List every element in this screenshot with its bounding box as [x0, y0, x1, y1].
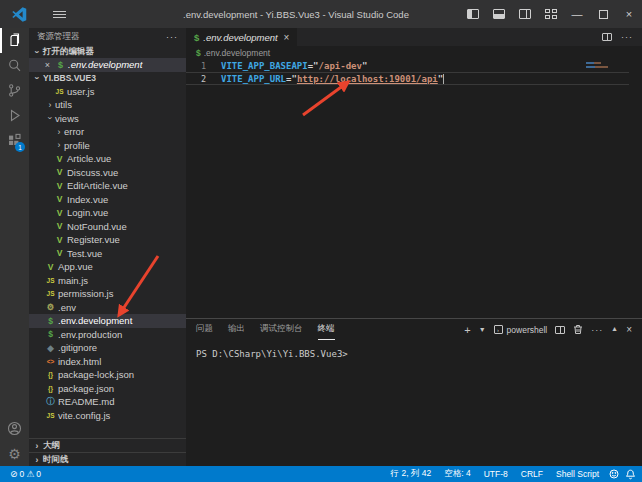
tree-item-Discuss.vue[interactable]: VDiscuss.vue [29, 166, 186, 180]
tree-item-permission.js[interactable]: JSpermission.js [29, 287, 186, 301]
open-editors-section[interactable]: › 打开的编辑器 [29, 45, 186, 58]
terminal-dropdown-icon[interactable]: ▼ [479, 326, 486, 333]
feedback-smiley-icon[interactable] [609, 469, 619, 479]
panel-tab-输出[interactable]: 输出 [228, 319, 245, 340]
panel-tab-终端[interactable]: 终端 [318, 319, 335, 340]
tree-item-label: NotFound.vue [67, 221, 127, 232]
maximize-button[interactable] [590, 0, 616, 28]
js-icon: JS [45, 412, 56, 419]
maximize-panel-icon[interactable]: ▼ [611, 326, 618, 333]
tree-item-App.vue[interactable]: VApp.vue [29, 260, 186, 274]
status-item[interactable]: 空格: 4 [441, 468, 473, 480]
tree-item-.env.production[interactable]: $.env.production [29, 328, 186, 342]
sidebar-more-actions-icon[interactable]: ··· [166, 32, 178, 42]
tree-item-.env[interactable]: ⚙.env [29, 301, 186, 315]
tree-item-Login.vue[interactable]: VLogin.vue [29, 206, 186, 220]
tree-item-Article.vue[interactable]: VArticle.vue [29, 152, 186, 166]
error-icon: ⊘ [10, 469, 18, 479]
tab-label: .env.development [203, 32, 277, 43]
url-link[interactable]: http://localhost:19001/api [297, 74, 438, 84]
panel-more-actions-icon[interactable]: ··· [591, 325, 603, 335]
panel-tab-问题[interactable]: 问题 [196, 319, 213, 340]
kill-terminal-trash-icon[interactable] [573, 324, 583, 335]
terminal-output[interactable]: PS D:\CSharp\Yi\Yi.BBS.Vue3> [186, 340, 642, 359]
shell-label[interactable]: powershell [507, 325, 548, 335]
accounts-icon[interactable] [0, 416, 29, 441]
tree-item-label: Login.vue [67, 207, 108, 218]
vue-icon: V [54, 194, 65, 204]
tree-item-label: README.md [58, 396, 114, 407]
open-editor-label: .env.development [68, 59, 142, 70]
settings-gear-icon[interactable]: ⚙ [0, 441, 29, 466]
js-icon: JS [45, 290, 56, 297]
extensions-icon[interactable]: 1 [0, 128, 29, 153]
status-bar: ⊘ 0 ⚠ 0 行 2, 列 42空格: 4UTF-8CRLFShell Scr… [0, 466, 642, 482]
problems-indicator[interactable]: ⊘ 0 ⚠ 0 [7, 466, 44, 482]
tab-close-icon[interactable]: × [284, 32, 290, 43]
tree-item-Index.vue[interactable]: VIndex.vue [29, 193, 186, 207]
status-item[interactable]: UTF-8 [481, 469, 511, 479]
toggle-secondary-sidebar-icon[interactable] [512, 0, 538, 28]
js-icon: JS [54, 88, 65, 95]
notifications-bell-icon[interactable] [626, 469, 635, 480]
chevron-right-icon: › [54, 140, 64, 150]
terminal-prompt: PS D:\CSharp\Yi\Yi.BBS.Vue3> [196, 349, 348, 359]
minimap[interactable] [586, 62, 622, 70]
menu-icon[interactable] [53, 11, 66, 18]
chevron-right-icon: › [32, 441, 42, 451]
source-control-icon[interactable] [0, 78, 29, 103]
sidebar-section-大纲[interactable]: ›大纲 [29, 438, 186, 452]
sidebar-section-时间线[interactable]: ›时间线 [29, 452, 186, 466]
tree-item-NotFound.vue[interactable]: VNotFound.vue [29, 220, 186, 234]
tree-item-label: vite.config.js [58, 410, 110, 421]
code-line-1: 1 VITE_APP_BASEAPI="/api-dev" [186, 59, 642, 72]
editor-more-actions-icon[interactable]: ··· [621, 32, 633, 42]
tree-item-.env.development[interactable]: $.env.development [29, 314, 186, 328]
tree-item-error[interactable]: ›error [29, 125, 186, 139]
explorer-icon[interactable] [0, 28, 29, 53]
tree-item-views[interactable]: ›views [29, 112, 186, 126]
tree-item-Register.vue[interactable]: VRegister.vue [29, 233, 186, 247]
code-editor[interactable]: 1 VITE_APP_BASEAPI="/api-dev" 2 VITE_APP… [186, 59, 642, 318]
status-item[interactable]: CRLF [518, 469, 546, 479]
close-button[interactable]: × [616, 0, 642, 28]
tree-item-main.js[interactable]: JSmain.js [29, 274, 186, 288]
tree-item-Test.vue[interactable]: VTest.vue [29, 247, 186, 261]
tree-item-user.js[interactable]: JSuser.js [29, 85, 186, 99]
customize-layout-icon[interactable] [538, 0, 564, 28]
close-panel-icon[interactable]: × [626, 324, 632, 335]
search-icon[interactable] [0, 53, 29, 78]
open-editor-item-env-development[interactable]: × $ .env.development [29, 58, 186, 72]
env-gear-icon: ⚙ [45, 302, 56, 312]
tree-item-EditArticle.vue[interactable]: VEditArticle.vue [29, 179, 186, 193]
status-item[interactable]: Shell Script [553, 469, 602, 479]
tree-item-package.json[interactable]: {}package.json [29, 382, 186, 396]
close-icon[interactable]: × [43, 60, 52, 70]
editor-tab-bar: $ .env.development × ··· [186, 28, 642, 46]
run-debug-icon[interactable] [0, 103, 29, 128]
tree-item-profile[interactable]: ›profile [29, 139, 186, 153]
tree-item-vite.config.js[interactable]: JSvite.config.js [29, 409, 186, 423]
tree-item-utils[interactable]: ›utils [29, 98, 186, 112]
breadcrumb[interactable]: $ .env.development [186, 46, 642, 59]
explorer-sidebar: 资源管理器 ··· › 打开的编辑器 × $ .env.development … [29, 28, 186, 466]
new-terminal-icon[interactable]: + [464, 324, 470, 336]
tab-env-development[interactable]: $ .env.development × [186, 28, 297, 46]
json-icon: {} [45, 385, 56, 392]
tree-item-README.md[interactable]: ⓘREADME.md [29, 395, 186, 409]
tree-item-package-lock.json[interactable]: {}package-lock.json [29, 368, 186, 382]
powershell-icon[interactable]: › [494, 325, 503, 334]
tree-item-label: Test.vue [67, 248, 102, 259]
tree-item-index.html[interactable]: <>index.html [29, 355, 186, 369]
tree-item-.gitignore[interactable]: ◆.gitignore [29, 341, 186, 355]
workspace-section[interactable]: › YI.BBS.VUE3 [29, 72, 186, 85]
panel-tab-调试控制台[interactable]: 调试控制台 [260, 319, 303, 340]
panel-tab-bar: 问题输出调试控制台终端 + ▼ › powershell ··· ▼ × [186, 319, 642, 340]
status-item[interactable]: 行 2, 列 42 [388, 468, 435, 480]
split-terminal-icon[interactable] [555, 326, 565, 334]
split-editor-icon[interactable] [602, 33, 612, 41]
toggle-panel-icon[interactable] [486, 0, 512, 28]
minimize-button[interactable]: — [564, 0, 590, 28]
warning-icon: ⚠ [26, 469, 34, 479]
tree-item-label: .env.production [58, 329, 122, 340]
